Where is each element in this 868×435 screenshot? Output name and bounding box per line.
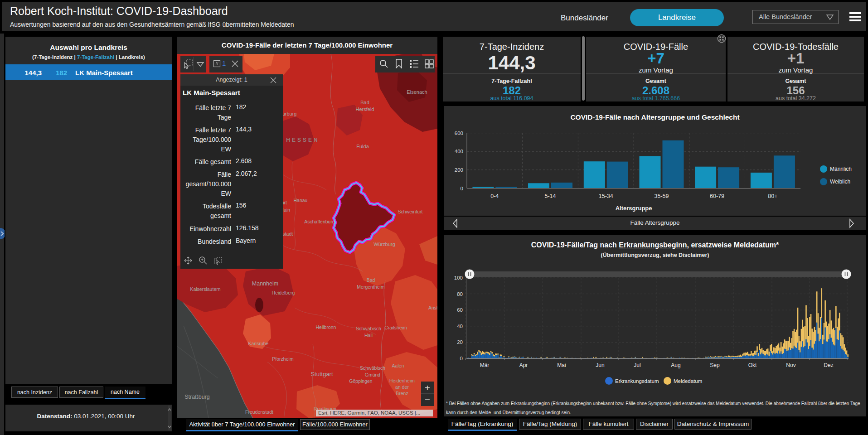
- svg-text:Schweinfurt: Schweinfurt: [398, 209, 423, 214]
- svg-text:Crailsheim: Crailsheim: [384, 325, 407, 330]
- svg-text:Aschaffenburg: Aschaffenburg: [304, 219, 335, 224]
- svg-text:200: 200: [455, 167, 463, 173]
- svg-text:Eisenach: Eisenach: [407, 89, 427, 95]
- svg-text:0: 0: [460, 356, 463, 361]
- svg-text:Freudenstadt: Freudenstadt: [245, 409, 273, 415]
- svg-text:20: 20: [457, 339, 463, 345]
- svg-text:Mannheim: Mannheim: [252, 280, 278, 287]
- svg-text:400: 400: [455, 149, 463, 154]
- svg-text:Weiblich: Weiblich: [830, 179, 850, 185]
- svg-text:Pforzheim: Pforzheim: [272, 356, 294, 362]
- svg-text:35-59: 35-59: [655, 193, 669, 199]
- svg-text:HESSEN: HESSEN: [286, 137, 319, 143]
- svg-text:15-34: 15-34: [599, 193, 613, 199]
- svg-text:Altersgruppe: Altersgruppe: [616, 205, 652, 212]
- svg-text:Jun: Jun: [596, 362, 604, 368]
- svg-text:60-79: 60-79: [710, 193, 724, 199]
- svg-text:an der: an der: [395, 384, 409, 390]
- svg-text:40: 40: [457, 324, 463, 329]
- svg-text:Fulda: Fulda: [356, 144, 369, 149]
- svg-text:Hersfeld: Hersfeld: [356, 106, 374, 112]
- svg-text:0: 0: [461, 186, 463, 191]
- svg-text:Mergentheim: Mergentheim: [357, 284, 385, 290]
- svg-text:Aalen: Aalen: [392, 363, 404, 368]
- svg-text:80: 80: [457, 291, 463, 297]
- svg-text:Nov: Nov: [786, 362, 795, 368]
- svg-text:Brenz: Brenz: [396, 391, 408, 396]
- svg-text:Würzburg: Würzburg: [373, 242, 395, 247]
- svg-text:Okt: Okt: [748, 362, 757, 368]
- svg-text:Schwäbisch: Schwäbisch: [360, 365, 385, 371]
- svg-text:5-14: 5-14: [544, 193, 556, 199]
- svg-text:Mär: Mär: [480, 362, 490, 368]
- svg-text:Schwäbisch: Schwäbisch: [356, 326, 381, 331]
- svg-text:60: 60: [457, 307, 463, 313]
- svg-text:Aug: Aug: [671, 362, 680, 368]
- svg-text:Apr: Apr: [519, 362, 528, 368]
- svg-text:Männlich: Männlich: [830, 166, 852, 172]
- svg-text:Stuttgart: Stuttgart: [310, 371, 333, 377]
- svg-text:Ansb: Ansb: [428, 305, 437, 310]
- svg-text:Heidelberg: Heidelberg: [272, 290, 295, 295]
- svg-text:100: 100: [454, 275, 463, 280]
- svg-text:Mai: Mai: [557, 362, 566, 368]
- svg-text:600: 600: [455, 130, 463, 136]
- svg-text:Bad: Bad: [360, 100, 369, 105]
- svg-text:Dez: Dez: [824, 362, 833, 368]
- svg-text:80+: 80+: [768, 193, 777, 199]
- svg-text:Göppingen: Göppingen: [349, 378, 373, 384]
- svg-text:Hanau: Hanau: [294, 198, 308, 203]
- svg-text:Jul: Jul: [634, 362, 640, 368]
- svg-text:Heilbronn: Heilbronn: [316, 324, 336, 330]
- svg-text:Gmünd: Gmünd: [365, 372, 381, 377]
- svg-text:Heidenheim: Heidenheim: [389, 378, 415, 383]
- svg-text:Straßburg: Straßburg: [184, 394, 210, 400]
- svg-text:Bad: Bad: [367, 277, 375, 283]
- svg-text:Hall: Hall: [364, 333, 373, 338]
- svg-text:Sep: Sep: [710, 362, 720, 368]
- svg-text:Karlsruhe: Karlsruhe: [248, 341, 269, 346]
- svg-text:0-4: 0-4: [490, 193, 499, 199]
- svg-text:Kaiserslautern: Kaiserslautern: [190, 286, 220, 292]
